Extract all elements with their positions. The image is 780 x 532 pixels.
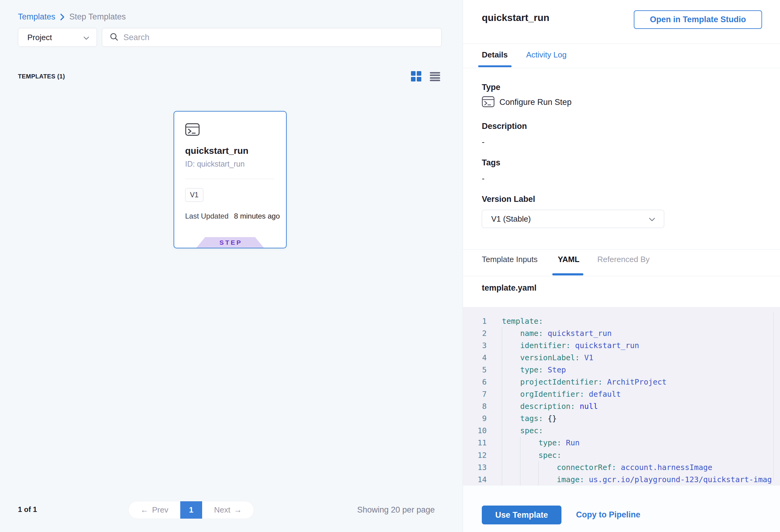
tab-template-inputs[interactable]: Template Inputs	[482, 255, 538, 264]
tabbar-divider	[463, 276, 780, 276]
indent-guide	[502, 327, 502, 485]
active-tab-underline	[478, 65, 511, 67]
run-step-icon	[482, 96, 495, 108]
yaml-line-number: 6	[463, 378, 487, 386]
yaml-line-number: 8	[463, 402, 487, 411]
next-page-button[interactable]: Next →	[202, 501, 254, 519]
yaml-line-number: 12	[463, 451, 487, 460]
yaml-line: 6 projectIdentifier: ArchitProject	[463, 376, 780, 388]
yaml-line: 9 tags: {}	[463, 413, 780, 425]
search-icon	[109, 32, 118, 43]
scope-dropdown[interactable]: Project	[18, 28, 97, 47]
list-view-icon[interactable]	[430, 72, 440, 81]
search-input[interactable]: Search	[102, 28, 442, 47]
yaml-line-content: spec:	[487, 426, 543, 435]
tags-label: Tags	[482, 158, 500, 167]
run-step-icon	[185, 123, 200, 137]
next-label: Next	[214, 505, 230, 515]
yaml-line-number: 13	[463, 463, 487, 472]
page-summary: 1 of 1	[18, 505, 37, 514]
yaml-line-content: spec:	[487, 451, 562, 460]
page-number-button[interactable]: 1	[180, 501, 202, 519]
last-updated-label: Last Updated	[185, 212, 229, 221]
yaml-line-content: template:	[487, 317, 543, 326]
yaml-line-content: image: us.gcr.io/playground-123/quicksta…	[487, 475, 772, 484]
yaml-file-name: template.yaml	[482, 283, 537, 293]
chevron-down-icon	[649, 214, 655, 224]
version-dropdown-value: V1 (Stable)	[491, 214, 531, 224]
search-placeholder: Search	[124, 33, 150, 42]
indent-guide	[538, 461, 539, 485]
yaml-line: 11 type: Run	[463, 437, 780, 449]
code-viewport-divider	[773, 312, 774, 480]
copy-to-pipeline-button[interactable]: Copy to Pipeline	[576, 510, 640, 520]
yaml-code-viewer[interactable]: 1template:2 name: quickstart_run3 identi…	[463, 307, 780, 485]
yaml-line-number: 9	[463, 414, 487, 423]
chevron-right-icon	[60, 13, 65, 21]
yaml-line-content: type: Step	[487, 366, 566, 374]
type-value: Configure Run Step	[499, 98, 572, 107]
section-divider	[463, 249, 780, 250]
yaml-line-number: 10	[463, 426, 487, 435]
tags-value: -	[482, 174, 485, 183]
yaml-line-number: 3	[463, 341, 487, 350]
tab-referenced-by[interactable]: Referenced By	[597, 255, 649, 264]
yaml-line: 13 connectorRef: account.harnessImage	[463, 461, 780, 473]
breadcrumb-templates-link[interactable]: Templates	[18, 12, 55, 21]
indent-guide	[520, 437, 521, 485]
yaml-line: 2 name: quickstart_run	[463, 327, 780, 339]
yaml-line: 14 image: us.gcr.io/playground-123/quick…	[463, 473, 780, 485]
yaml-line: 4 versionLabel: V1	[463, 351, 780, 364]
yaml-line-content: tags: {}	[487, 414, 557, 423]
yaml-line-number: 4	[463, 353, 487, 362]
card-title: quickstart_run	[185, 146, 248, 156]
templates-count-header: TEMPLATES (1)	[18, 73, 65, 80]
yaml-line-number: 5	[463, 366, 487, 374]
yaml-line: 8 description: null	[463, 400, 780, 413]
tab-yaml[interactable]: YAML	[558, 255, 579, 264]
tabbar-divider	[463, 68, 780, 68]
prev-label: Prev	[152, 505, 168, 515]
tab-activity-log[interactable]: Activity Log	[526, 50, 567, 60]
template-card[interactable]: quickstart_run ID: quickstart_run V1 Las…	[174, 111, 287, 248]
arrow-right-icon: →	[234, 505, 242, 515]
prev-page-button[interactable]: ← Prev	[129, 501, 180, 519]
open-template-studio-button[interactable]: Open in Template Studio	[634, 10, 762, 29]
breadcrumb-current: Step Templates	[69, 12, 126, 21]
yaml-line-content: projectIdentifier: ArchitProject	[487, 378, 667, 386]
yaml-line-number: 11	[463, 438, 487, 447]
pagination-control: ← Prev 1 Next →	[128, 501, 254, 519]
yaml-line-content: versionLabel: V1	[487, 353, 593, 362]
card-updated-row: Last Updated 8 minutes ago	[185, 212, 280, 221]
type-label: Type	[482, 83, 500, 92]
scope-dropdown-value: Project	[28, 33, 52, 42]
per-page-summary: Showing 20 per page	[357, 505, 435, 515]
last-updated-value: 8 minutes ago	[234, 212, 280, 221]
yaml-line-content: name: quickstart_run	[487, 329, 612, 338]
template-details-panel: quickstart_run Open in Template Studio D…	[462, 0, 780, 532]
yaml-line: 12 spec:	[463, 449, 780, 461]
yaml-line-content: description: null	[487, 402, 598, 411]
card-id: ID: quickstart_run	[185, 160, 245, 168]
description-value: -	[482, 137, 485, 147]
yaml-line-number: 14	[463, 475, 487, 484]
tab-details[interactable]: Details	[482, 50, 508, 60]
yaml-line-number: 2	[463, 329, 487, 338]
arrow-left-icon: ←	[140, 505, 148, 515]
yaml-line-content: type: Run	[487, 438, 580, 447]
breadcrumb: Templates Step Templates	[18, 12, 126, 21]
chevron-down-icon	[83, 33, 89, 42]
yaml-code-lines: 1template:2 name: quickstart_run3 identi…	[463, 315, 780, 485]
yaml-line-number: 7	[463, 390, 487, 398]
yaml-line-content: orgIdentifier: default	[487, 390, 621, 398]
version-dropdown[interactable]: V1 (Stable)	[482, 210, 664, 228]
version-chip: V1	[185, 188, 203, 202]
yaml-line-content: identifier: quickstart_run	[487, 341, 639, 350]
grid-view-icon[interactable]	[411, 71, 421, 82]
template-list-panel: Templates Step Templates Project Search …	[0, 0, 462, 532]
use-template-button[interactable]: Use Template	[482, 505, 562, 524]
templates-page: Templates Step Templates Project Search …	[0, 0, 780, 532]
yaml-line: 5 type: Step	[463, 364, 780, 376]
version-label: Version Label	[482, 195, 535, 204]
yaml-line: 7 orgIdentifier: default	[463, 388, 780, 400]
